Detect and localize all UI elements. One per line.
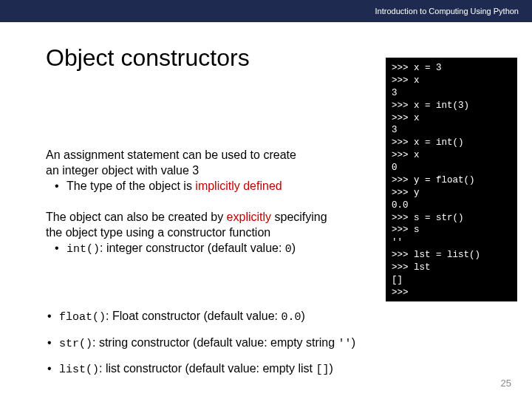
float-bullet: float(): Float constructor (default valu…: [46, 309, 489, 325]
str-code: str(): [59, 338, 92, 350]
float-text: : Float constructor (default value:: [106, 310, 281, 322]
para2-bullet-close: ): [292, 242, 296, 254]
page-number: 25: [501, 378, 511, 389]
str-val: '': [338, 338, 352, 350]
paragraph-1: An assignment statement can be used to c…: [46, 148, 382, 194]
str-text: : string constructor (default value: emp…: [92, 336, 338, 349]
course-label: Introduction to Computing Using Python: [375, 7, 519, 16]
para1-line2: an integer object with value 3: [46, 163, 382, 179]
float-close: ): [301, 310, 304, 322]
para2-bullet: int(): integer constructor (default valu…: [46, 241, 382, 257]
int-code: int(): [66, 243, 100, 256]
str-close: ): [352, 336, 355, 349]
list-code: list(): [59, 364, 99, 376]
para1-line1: An assignment statement can be used to c…: [46, 148, 382, 163]
python-repl: >>> x = 3 >>> x 3 >>> x = int(3) >>> x 3…: [386, 58, 517, 301]
para2-line1-red: explicitly: [227, 211, 271, 223]
para2-line1-pre: The object can also be created by: [46, 211, 227, 223]
list-val: []: [316, 364, 329, 376]
para2-line2: the object type using a constructor func…: [46, 225, 382, 241]
para2-bullet-text: : integer constructor (default value:: [100, 242, 285, 254]
int-default-val: 0: [285, 243, 292, 256]
main-content: An assignment statement can be used to c…: [46, 148, 382, 273]
list-bullet: list(): list constructor (default value:…: [46, 361, 489, 378]
lower-bullets: float(): Float constructor (default valu…: [46, 309, 489, 388]
paragraph-2: The object can also be created by explic…: [46, 210, 382, 256]
para1-bullet: The type of the object is implicitly def…: [46, 179, 382, 194]
float-val: 0.0: [281, 311, 301, 324]
para1-bullet-red: implicitly defined: [195, 180, 282, 192]
float-code: float(): [59, 311, 106, 324]
str-bullet: str(): string constructor (default value…: [46, 335, 489, 352]
list-close: ): [329, 362, 332, 375]
para2-line1: The object can also be created by explic…: [46, 210, 382, 225]
header-bar: Introduction to Computing Using Python: [0, 0, 532, 22]
list-text: : list constructor (default value: empty…: [99, 362, 316, 375]
para1-bullet-pre: The type of the object is: [66, 180, 195, 192]
para2-line1-post: specifying: [271, 211, 327, 223]
